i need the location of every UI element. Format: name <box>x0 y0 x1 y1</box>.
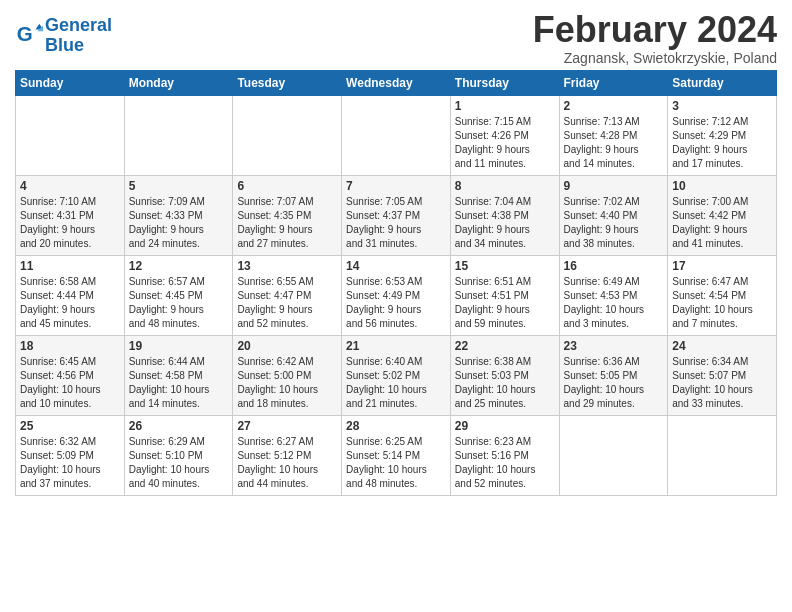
calendar-cell: 7Sunrise: 7:05 AM Sunset: 4:37 PM Daylig… <box>342 175 451 255</box>
calendar-cell: 10Sunrise: 7:00 AM Sunset: 4:42 PM Dayli… <box>668 175 777 255</box>
title-area: February 2024 Zagnansk, Swietokrzyskie, … <box>533 10 777 66</box>
day-number: 15 <box>455 259 555 273</box>
day-number: 1 <box>455 99 555 113</box>
day-number: 23 <box>564 339 664 353</box>
day-info: Sunrise: 6:23 AM Sunset: 5:16 PM Dayligh… <box>455 435 555 491</box>
day-info: Sunrise: 7:13 AM Sunset: 4:28 PM Dayligh… <box>564 115 664 171</box>
day-number: 27 <box>237 419 337 433</box>
column-header-sunday: Sunday <box>16 70 125 95</box>
calendar-cell: 19Sunrise: 6:44 AM Sunset: 4:58 PM Dayli… <box>124 335 233 415</box>
calendar-cell: 4Sunrise: 7:10 AM Sunset: 4:31 PM Daylig… <box>16 175 125 255</box>
day-number: 11 <box>20 259 120 273</box>
logo: G General Blue <box>15 16 112 56</box>
column-header-monday: Monday <box>124 70 233 95</box>
day-info: Sunrise: 7:04 AM Sunset: 4:38 PM Dayligh… <box>455 195 555 251</box>
calendar-cell: 15Sunrise: 6:51 AM Sunset: 4:51 PM Dayli… <box>450 255 559 335</box>
day-info: Sunrise: 6:27 AM Sunset: 5:12 PM Dayligh… <box>237 435 337 491</box>
day-number: 2 <box>564 99 664 113</box>
day-number: 10 <box>672 179 772 193</box>
calendar-cell: 8Sunrise: 7:04 AM Sunset: 4:38 PM Daylig… <box>450 175 559 255</box>
logo-general: General <box>45 15 112 35</box>
day-number: 12 <box>129 259 229 273</box>
calendar-cell: 20Sunrise: 6:42 AM Sunset: 5:00 PM Dayli… <box>233 335 342 415</box>
day-number: 18 <box>20 339 120 353</box>
day-number: 20 <box>237 339 337 353</box>
location-subtitle: Zagnansk, Swietokrzyskie, Poland <box>533 50 777 66</box>
logo-blue: Blue <box>45 35 84 55</box>
day-number: 22 <box>455 339 555 353</box>
day-number: 19 <box>129 339 229 353</box>
calendar-cell <box>233 95 342 175</box>
column-header-tuesday: Tuesday <box>233 70 342 95</box>
day-info: Sunrise: 6:55 AM Sunset: 4:47 PM Dayligh… <box>237 275 337 331</box>
day-info: Sunrise: 7:15 AM Sunset: 4:26 PM Dayligh… <box>455 115 555 171</box>
day-info: Sunrise: 6:40 AM Sunset: 5:02 PM Dayligh… <box>346 355 446 411</box>
calendar-cell <box>16 95 125 175</box>
calendar-cell: 18Sunrise: 6:45 AM Sunset: 4:56 PM Dayli… <box>16 335 125 415</box>
calendar-cell: 22Sunrise: 6:38 AM Sunset: 5:03 PM Dayli… <box>450 335 559 415</box>
calendar-cell: 13Sunrise: 6:55 AM Sunset: 4:47 PM Dayli… <box>233 255 342 335</box>
day-info: Sunrise: 7:00 AM Sunset: 4:42 PM Dayligh… <box>672 195 772 251</box>
day-number: 26 <box>129 419 229 433</box>
svg-text:G: G <box>17 22 33 45</box>
month-title: February 2024 <box>533 10 777 50</box>
day-number: 29 <box>455 419 555 433</box>
day-info: Sunrise: 6:57 AM Sunset: 4:45 PM Dayligh… <box>129 275 229 331</box>
day-number: 14 <box>346 259 446 273</box>
day-number: 21 <box>346 339 446 353</box>
calendar-cell: 5Sunrise: 7:09 AM Sunset: 4:33 PM Daylig… <box>124 175 233 255</box>
calendar-cell: 25Sunrise: 6:32 AM Sunset: 5:09 PM Dayli… <box>16 415 125 495</box>
day-number: 4 <box>20 179 120 193</box>
calendar-week-row: 1Sunrise: 7:15 AM Sunset: 4:26 PM Daylig… <box>16 95 777 175</box>
calendar-cell: 26Sunrise: 6:29 AM Sunset: 5:10 PM Dayli… <box>124 415 233 495</box>
calendar-cell: 24Sunrise: 6:34 AM Sunset: 5:07 PM Dayli… <box>668 335 777 415</box>
column-header-saturday: Saturday <box>668 70 777 95</box>
day-info: Sunrise: 6:51 AM Sunset: 4:51 PM Dayligh… <box>455 275 555 331</box>
calendar-cell <box>668 415 777 495</box>
calendar-week-row: 4Sunrise: 7:10 AM Sunset: 4:31 PM Daylig… <box>16 175 777 255</box>
calendar-table: SundayMondayTuesdayWednesdayThursdayFrid… <box>15 70 777 496</box>
day-info: Sunrise: 7:12 AM Sunset: 4:29 PM Dayligh… <box>672 115 772 171</box>
calendar-cell: 17Sunrise: 6:47 AM Sunset: 4:54 PM Dayli… <box>668 255 777 335</box>
calendar-cell <box>124 95 233 175</box>
calendar-header-row: SundayMondayTuesdayWednesdayThursdayFrid… <box>16 70 777 95</box>
calendar-cell: 28Sunrise: 6:25 AM Sunset: 5:14 PM Dayli… <box>342 415 451 495</box>
day-number: 9 <box>564 179 664 193</box>
calendar-cell: 3Sunrise: 7:12 AM Sunset: 4:29 PM Daylig… <box>668 95 777 175</box>
day-info: Sunrise: 6:38 AM Sunset: 5:03 PM Dayligh… <box>455 355 555 411</box>
day-number: 13 <box>237 259 337 273</box>
day-info: Sunrise: 6:25 AM Sunset: 5:14 PM Dayligh… <box>346 435 446 491</box>
calendar-cell: 12Sunrise: 6:57 AM Sunset: 4:45 PM Dayli… <box>124 255 233 335</box>
column-header-wednesday: Wednesday <box>342 70 451 95</box>
calendar-cell: 14Sunrise: 6:53 AM Sunset: 4:49 PM Dayli… <box>342 255 451 335</box>
calendar-cell <box>559 415 668 495</box>
calendar-cell: 29Sunrise: 6:23 AM Sunset: 5:16 PM Dayli… <box>450 415 559 495</box>
day-info: Sunrise: 6:58 AM Sunset: 4:44 PM Dayligh… <box>20 275 120 331</box>
day-number: 25 <box>20 419 120 433</box>
day-info: Sunrise: 6:36 AM Sunset: 5:05 PM Dayligh… <box>564 355 664 411</box>
day-number: 6 <box>237 179 337 193</box>
calendar-cell: 9Sunrise: 7:02 AM Sunset: 4:40 PM Daylig… <box>559 175 668 255</box>
calendar-cell: 11Sunrise: 6:58 AM Sunset: 4:44 PM Dayli… <box>16 255 125 335</box>
day-info: Sunrise: 6:49 AM Sunset: 4:53 PM Dayligh… <box>564 275 664 331</box>
day-info: Sunrise: 7:02 AM Sunset: 4:40 PM Dayligh… <box>564 195 664 251</box>
day-info: Sunrise: 6:32 AM Sunset: 5:09 PM Dayligh… <box>20 435 120 491</box>
day-number: 17 <box>672 259 772 273</box>
calendar-cell <box>342 95 451 175</box>
calendar-week-row: 11Sunrise: 6:58 AM Sunset: 4:44 PM Dayli… <box>16 255 777 335</box>
day-number: 5 <box>129 179 229 193</box>
column-header-thursday: Thursday <box>450 70 559 95</box>
calendar-cell: 1Sunrise: 7:15 AM Sunset: 4:26 PM Daylig… <box>450 95 559 175</box>
header: G General Blue February 2024 Zagnansk, S… <box>15 10 777 66</box>
day-info: Sunrise: 7:10 AM Sunset: 4:31 PM Dayligh… <box>20 195 120 251</box>
calendar-cell: 23Sunrise: 6:36 AM Sunset: 5:05 PM Dayli… <box>559 335 668 415</box>
day-info: Sunrise: 6:29 AM Sunset: 5:10 PM Dayligh… <box>129 435 229 491</box>
day-info: Sunrise: 6:53 AM Sunset: 4:49 PM Dayligh… <box>346 275 446 331</box>
day-info: Sunrise: 7:05 AM Sunset: 4:37 PM Dayligh… <box>346 195 446 251</box>
calendar-week-row: 25Sunrise: 6:32 AM Sunset: 5:09 PM Dayli… <box>16 415 777 495</box>
day-number: 3 <box>672 99 772 113</box>
day-info: Sunrise: 6:34 AM Sunset: 5:07 PM Dayligh… <box>672 355 772 411</box>
day-info: Sunrise: 6:42 AM Sunset: 5:00 PM Dayligh… <box>237 355 337 411</box>
day-info: Sunrise: 7:07 AM Sunset: 4:35 PM Dayligh… <box>237 195 337 251</box>
day-number: 24 <box>672 339 772 353</box>
